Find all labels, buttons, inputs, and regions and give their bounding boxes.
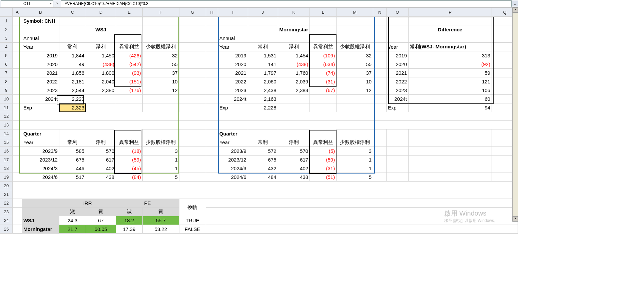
cell[interactable]: (176)	[116, 86, 142, 95]
cell[interactable]: (18)	[116, 147, 142, 156]
cell[interactable]: (51)	[310, 173, 337, 182]
cell[interactable]: 675	[248, 156, 278, 164]
cell[interactable]: 1	[142, 164, 179, 173]
cell[interactable]: 2023/12	[218, 156, 248, 164]
row-4[interactable]: 4	[0, 43, 13, 51]
cell[interactable]: 1,450	[86, 51, 116, 60]
cell[interactable]: 484	[248, 173, 278, 182]
cell[interactable]: 1,844	[59, 51, 86, 60]
cell-C11[interactable]: 2,323	[59, 103, 86, 112]
cell[interactable]: FALSE	[179, 225, 206, 234]
cell[interactable]: 2024t	[22, 95, 59, 103]
cell[interactable]: 570	[278, 147, 310, 156]
name-box[interactable]: C11	[1, 0, 53, 7]
col-J[interactable]: J	[248, 8, 278, 17]
spreadsheet-grid[interactable]: A B C D E F G H I J K L M N O P Q	[0, 8, 518, 234]
cell[interactable]: 2019	[218, 51, 248, 60]
cell[interactable]: 2024/6	[218, 173, 248, 182]
cell[interactable]: (151)	[116, 77, 142, 86]
cell[interactable]: 585	[59, 147, 86, 156]
col-B[interactable]: B	[22, 8, 59, 17]
row-20[interactable]: 20	[0, 182, 13, 190]
cell[interactable]: (31)	[310, 164, 337, 173]
row-11[interactable]: 11	[0, 103, 13, 112]
cell[interactable]: 10	[337, 77, 373, 86]
cell[interactable]: 2023/9	[218, 147, 248, 156]
cell[interactable]: 438	[278, 173, 310, 182]
cell[interactable]: 1,800	[86, 69, 116, 77]
cell[interactable]: 1	[142, 156, 179, 164]
col-A[interactable]: A	[12, 8, 22, 17]
cell[interactable]: 3	[142, 147, 179, 156]
row-17[interactable]: 17	[0, 156, 13, 164]
row-10[interactable]: 10	[0, 95, 13, 103]
row-7[interactable]: 7	[0, 69, 13, 77]
cell[interactable]: 18.2	[116, 216, 142, 225]
cell[interactable]: 446	[59, 164, 86, 173]
cell[interactable]: 2,228	[248, 103, 278, 112]
cell[interactable]: (634)	[310, 60, 337, 69]
formula-input[interactable]: =AVERAGE(C9:C10)*0.7+MEDIAN(C6:C10)*0.3	[61, 0, 512, 7]
cell[interactable]: 2,380	[86, 86, 116, 95]
cell[interactable]: 37	[142, 69, 179, 77]
cell[interactable]: 2022	[22, 77, 59, 86]
cell[interactable]: 12	[337, 86, 373, 95]
cell[interactable]: 2024t	[218, 95, 248, 103]
cell[interactable]: (426)	[116, 51, 142, 60]
cell[interactable]: 59	[409, 69, 492, 77]
row-14[interactable]: 14	[0, 129, 13, 138]
cell[interactable]: 2,040	[86, 77, 116, 86]
cell[interactable]: 1,454	[278, 51, 310, 60]
col-E[interactable]: E	[116, 8, 142, 17]
cell[interactable]: 3	[337, 147, 373, 156]
cell[interactable]: (59)	[116, 156, 142, 164]
cell[interactable]: 2024/6	[22, 173, 59, 182]
col-L[interactable]: L	[310, 8, 337, 17]
cell[interactable]: 572	[248, 147, 278, 156]
row-24[interactable]: 24	[0, 216, 13, 225]
cell[interactable]: 2,163	[248, 95, 278, 103]
cell[interactable]: 2023/9	[22, 147, 59, 156]
cell[interactable]: 2,383	[278, 86, 310, 95]
cell[interactable]: 21.7	[59, 225, 86, 234]
cell[interactable]: (109)	[310, 51, 337, 60]
cell[interactable]: 60.05	[86, 225, 116, 234]
cell[interactable]: 32	[337, 51, 373, 60]
cell[interactable]: 55.7	[142, 216, 179, 225]
cell[interactable]: 17.39	[116, 225, 142, 234]
row-12[interactable]: 12	[0, 112, 13, 121]
cell[interactable]: 1,856	[59, 69, 86, 77]
cell[interactable]: 2019	[22, 51, 59, 60]
cell[interactable]: (92)	[409, 60, 492, 69]
col-P[interactable]: P	[409, 8, 492, 17]
col-M[interactable]: M	[337, 8, 373, 17]
expand-formula-bar-icon[interactable]: ⌄	[512, 1, 518, 6]
cell[interactable]: 2023	[387, 86, 409, 95]
cell[interactable]: 2020	[22, 60, 59, 69]
cell[interactable]: 313	[409, 51, 492, 60]
cell[interactable]: (59)	[310, 156, 337, 164]
cell[interactable]: (67)	[310, 86, 337, 95]
cell[interactable]: 570	[86, 147, 116, 156]
cell[interactable]: 617	[86, 156, 116, 164]
col-K[interactable]: K	[278, 8, 310, 17]
wsj-exp-label[interactable]: Exp	[22, 103, 59, 112]
col-D[interactable]: D	[86, 8, 116, 17]
cell[interactable]: 2022	[218, 77, 248, 86]
row-15[interactable]: 15	[0, 138, 13, 147]
cell[interactable]: 2023	[218, 86, 248, 95]
row-9[interactable]: 9	[0, 86, 13, 95]
cell[interactable]: 402	[86, 164, 116, 173]
cell[interactable]: 1	[337, 164, 373, 173]
cell[interactable]: 2021	[218, 69, 248, 77]
row-19[interactable]: 19	[0, 173, 13, 182]
row-6[interactable]: 6	[0, 60, 13, 69]
cell[interactable]: 1,531	[248, 51, 278, 60]
cell[interactable]: 2,181	[59, 77, 86, 86]
cell[interactable]: 121	[409, 77, 492, 86]
cell[interactable]: (31)	[310, 77, 337, 86]
cell[interactable]: 60	[409, 95, 492, 103]
cell[interactable]: 5	[142, 173, 179, 182]
cell[interactable]: 2,438	[248, 86, 278, 95]
row-3[interactable]: 3	[0, 34, 13, 43]
